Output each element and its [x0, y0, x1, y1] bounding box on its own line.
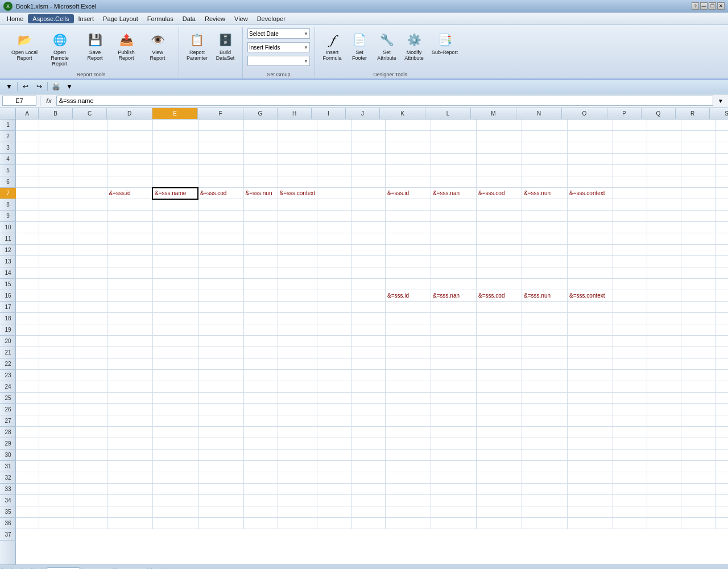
- col-header-p[interactable]: P: [607, 108, 642, 119]
- cell-a7[interactable]: [16, 188, 39, 199]
- row-14[interactable]: 14: [0, 267, 16, 279]
- cell-j15[interactable]: [351, 290, 386, 302]
- row-34[interactable]: 34: [0, 495, 16, 506]
- col-header-j[interactable]: J: [346, 108, 380, 119]
- col-header-e[interactable]: E: [152, 108, 198, 119]
- menu-view[interactable]: View: [230, 14, 253, 23]
- cell-l15[interactable]: &=sss.nan: [431, 290, 477, 302]
- select-date-dropdown[interactable]: Select Date ▼: [247, 28, 310, 39]
- row-17[interactable]: 17: [0, 302, 16, 313]
- menu-review[interactable]: Review: [200, 14, 230, 23]
- cell-m15[interactable]: &=sss.cod: [477, 290, 522, 302]
- cell-b15[interactable]: [39, 290, 73, 302]
- cell-m7[interactable]: &=sss.cod: [477, 188, 522, 199]
- row-15[interactable]: 15: [0, 279, 16, 290]
- row-10[interactable]: 10: [0, 222, 16, 233]
- row-27[interactable]: 27: [0, 415, 16, 427]
- modify-attribute-btn[interactable]: ⚙️ ModifyAttribute: [402, 28, 427, 64]
- menu-formulas[interactable]: Formulas: [143, 14, 178, 23]
- row-24[interactable]: 24: [0, 381, 16, 393]
- col-header-d[interactable]: D: [107, 108, 152, 119]
- cell-s7[interactable]: [715, 188, 728, 199]
- cell-c7[interactable]: [73, 188, 107, 199]
- col-header-i[interactable]: I: [312, 108, 346, 119]
- col-header-l[interactable]: L: [425, 108, 471, 119]
- cell-j7[interactable]: [351, 188, 386, 199]
- qat-undo[interactable]: ↩: [20, 81, 31, 92]
- col-header-n[interactable]: N: [516, 108, 562, 119]
- grid-wrapper[interactable]: 1 2 3 4 5 6 7 8 9 10 11 12 13 14 15 16 1…: [0, 119, 728, 564]
- row-12[interactable]: 12: [0, 245, 16, 256]
- row-32[interactable]: 32: [0, 472, 16, 484]
- row-20[interactable]: 20: [0, 336, 16, 347]
- row-1[interactable]: 1: [0, 119, 16, 131]
- row-19[interactable]: 19: [0, 324, 16, 336]
- cell-k15[interactable]: &=sss.id: [386, 290, 431, 302]
- col-header-q[interactable]: Q: [642, 108, 676, 119]
- cell-h7[interactable]: &=sss.context: [278, 188, 317, 199]
- row-28[interactable]: 28: [0, 427, 16, 438]
- restore-btn[interactable]: ❐: [709, 2, 716, 10]
- row-16[interactable]: 16: [0, 290, 16, 302]
- set-group-dropdown[interactable]: ▼: [247, 56, 310, 66]
- minimize-btn[interactable]: —: [700, 2, 708, 10]
- col-header-h[interactable]: H: [278, 108, 312, 119]
- cell-c15[interactable]: [73, 290, 107, 302]
- row-21[interactable]: 21: [0, 347, 16, 358]
- row-37[interactable]: 37: [0, 529, 16, 541]
- row-18[interactable]: 18: [0, 313, 16, 324]
- row-9[interactable]: 9: [0, 211, 16, 222]
- cell-e7[interactable]: &=sss.name: [152, 188, 198, 199]
- col-header-m[interactable]: M: [471, 108, 516, 119]
- qat-redo[interactable]: ↪: [34, 81, 45, 92]
- menu-pagelayout[interactable]: Page Layout: [98, 14, 143, 23]
- cell-a15[interactable]: [16, 290, 39, 302]
- row-4[interactable]: 4: [0, 154, 16, 165]
- cell-b7[interactable]: [39, 188, 73, 199]
- cell-s15[interactable]: [715, 290, 728, 302]
- help-btn[interactable]: ?: [692, 2, 699, 10]
- col-header-a[interactable]: A: [16, 108, 39, 119]
- row-5[interactable]: 5: [0, 165, 16, 176]
- cell-h15[interactable]: [278, 290, 317, 302]
- row-26[interactable]: 26: [0, 404, 16, 415]
- cell-i7[interactable]: [317, 188, 351, 199]
- col-header-r[interactable]: R: [676, 108, 710, 119]
- cell-d15[interactable]: [107, 290, 152, 302]
- cell-e15[interactable]: [152, 290, 198, 302]
- row-2[interactable]: 2: [0, 131, 16, 142]
- save-report-btn[interactable]: 💾 Save Report: [78, 28, 111, 64]
- view-report-btn[interactable]: 👁️ View Report: [141, 28, 174, 64]
- cell-n15[interactable]: &=sss.nun: [522, 290, 568, 302]
- col-header-b[interactable]: B: [39, 108, 73, 119]
- row-11[interactable]: 11: [0, 233, 16, 245]
- row-23[interactable]: 23: [0, 370, 16, 381]
- col-header-f[interactable]: F: [198, 108, 243, 119]
- cell-reference-input[interactable]: [2, 96, 36, 106]
- cell-n7[interactable]: &=sss.nun: [522, 188, 568, 199]
- cell-p15[interactable]: [613, 290, 647, 302]
- row-13[interactable]: 13: [0, 256, 16, 267]
- open-local-report-btn[interactable]: 📂 Open Local Report: [8, 28, 41, 64]
- row-3[interactable]: 3: [0, 142, 16, 154]
- menu-insert[interactable]: Insert: [74, 14, 99, 23]
- cell-o15[interactable]: &=sss.context: [568, 290, 613, 302]
- corner-cell[interactable]: [0, 108, 16, 119]
- cell-o7[interactable]: &=sss.context: [568, 188, 613, 199]
- menu-developer[interactable]: Developer: [253, 14, 290, 23]
- cell-r7[interactable]: [681, 188, 715, 199]
- menu-home[interactable]: Home: [2, 14, 28, 23]
- qat-cell-selector[interactable]: ▼: [3, 81, 15, 92]
- insert-fields-dropdown[interactable]: Insert Fields ▼: [247, 42, 310, 52]
- qat-customize[interactable]: ▼: [64, 81, 75, 92]
- formula-input[interactable]: [56, 96, 713, 106]
- cell-l7[interactable]: &=sss.nan: [431, 188, 477, 199]
- close-btn[interactable]: ✕: [717, 2, 725, 10]
- row-33[interactable]: 33: [0, 484, 16, 495]
- sub-report-btn[interactable]: 📑 Sub-Report: [429, 28, 461, 58]
- qat-print[interactable]: 🖨️: [50, 81, 61, 92]
- cell-q15[interactable]: [647, 290, 681, 302]
- row-31[interactable]: 31: [0, 461, 16, 472]
- row-6[interactable]: 6: [0, 176, 16, 188]
- col-header-g[interactable]: G: [243, 108, 278, 119]
